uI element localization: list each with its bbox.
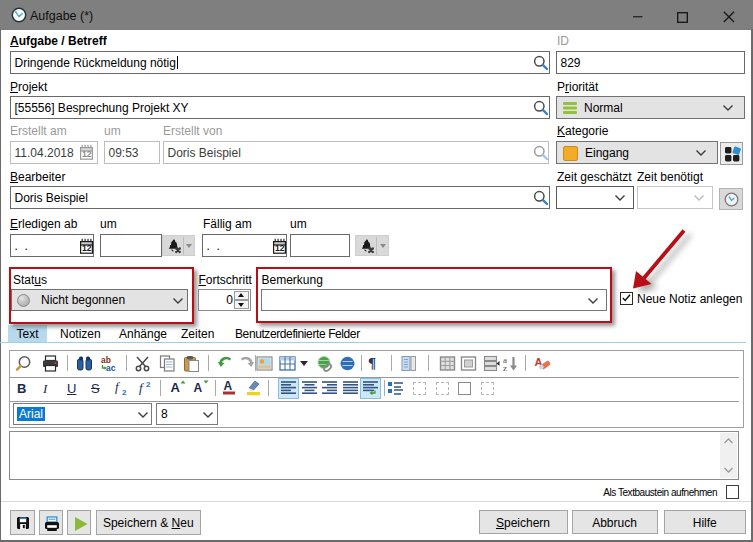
svg-text:z: z xyxy=(503,363,507,372)
svg-text:12: 12 xyxy=(82,149,92,159)
svg-text:¶: ¶ xyxy=(368,355,376,371)
svg-text:f: f xyxy=(115,379,121,394)
svg-text:12: 12 xyxy=(82,243,92,253)
svg-text:ac: ac xyxy=(106,363,116,372)
svg-text:f: f xyxy=(139,380,145,395)
svg-text:2: 2 xyxy=(146,380,151,389)
svg-text:A: A xyxy=(170,380,180,395)
svg-text:2: 2 xyxy=(122,388,127,396)
svg-text:A: A xyxy=(223,379,232,393)
svg-text:A: A xyxy=(193,381,202,395)
svg-text:12: 12 xyxy=(275,243,285,253)
